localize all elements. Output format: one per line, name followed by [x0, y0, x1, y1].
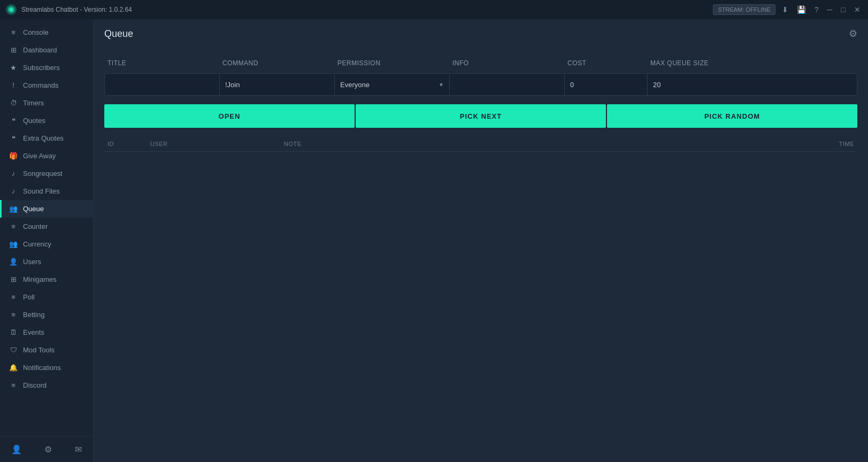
commands-icon: !: [9, 81, 18, 89]
sidebar-item-label: Mod Tools: [23, 346, 55, 354]
empty-state: [104, 152, 857, 458]
sidebar-item-mod-tools[interactable]: 🛡 Mod Tools: [0, 341, 93, 359]
sidebar-item-label: Notifications: [23, 364, 61, 372]
page-header: Queue ⚙: [94, 19, 868, 49]
sidebar-item-label: Quotes: [23, 117, 45, 125]
sidebar-item-minigames[interactable]: ⊞ Minigames: [0, 271, 93, 288]
title-input[interactable]: [105, 74, 219, 95]
betting-icon: ≡: [9, 311, 18, 319]
sidebar-item-queue[interactable]: 👥 Queue: [0, 200, 93, 218]
col-header-title: Title: [104, 57, 219, 69]
title-input-cell: [105, 74, 220, 95]
col-header-cost: Cost: [564, 57, 647, 69]
save-icon[interactable]: 💾: [795, 4, 808, 15]
sidebar-item-label: Give Away: [23, 152, 56, 160]
help-icon[interactable]: ?: [812, 4, 821, 15]
queue-form: Title Command Permission Info Cost Max Q…: [94, 49, 868, 104]
table-col-note: NOTE: [284, 141, 790, 147]
sidebar-nav: ≡ Console ⊞ Dashboard ★ Subscribers ! Co…: [0, 19, 93, 436]
sound-files-icon: ♪: [9, 187, 18, 195]
sidebar: ≡ Console ⊞ Dashboard ★ Subscribers ! Co…: [0, 19, 94, 462]
sidebar-item-label: Subscribers: [23, 64, 60, 72]
sidebar-item-poll[interactable]: ≡ Poll: [0, 288, 93, 306]
sidebar-item-label: Poll: [23, 293, 35, 301]
cost-input-cell: [565, 74, 648, 95]
maximize-icon[interactable]: □: [839, 4, 848, 15]
col-header-info: Info: [449, 57, 564, 69]
sidebar-item-discord[interactable]: ≡ Discord: [0, 376, 93, 394]
sidebar-item-label: Timers: [23, 99, 44, 107]
quotes-icon: ❝: [9, 117, 18, 125]
permission-select[interactable]: Everyone Subscriber Moderator Broadcaste…: [335, 74, 449, 95]
sidebar-item-label: Queue: [23, 205, 44, 213]
table-header: ID USER NOTE TIME: [104, 136, 857, 152]
sidebar-item-label: Console: [23, 28, 49, 36]
sidebar-item-sound-files[interactable]: ♪ Sound Files: [0, 182, 93, 200]
sidebar-item-events[interactable]: 🗓 Events: [0, 324, 93, 341]
sidebar-item-console[interactable]: ≡ Console: [0, 24, 93, 41]
mail-icon[interactable]: ✉: [75, 444, 82, 455]
discord-icon: ≡: [9, 381, 18, 389]
stream-status-badge: STREAM: OFFLINE: [713, 4, 775, 15]
pick-random-button[interactable]: PICK RANDOM: [607, 104, 857, 128]
notifications-icon: 🔔: [9, 364, 18, 372]
events-icon: 🗓: [9, 328, 18, 336]
sidebar-item-give-away[interactable]: 🎁 Give Away: [0, 147, 93, 165]
page-settings-icon[interactable]: ⚙: [849, 28, 857, 40]
page-title: Queue: [104, 28, 133, 40]
action-buttons: OPEN PICK NEXT PICK RANDOM: [94, 104, 868, 136]
command-input-cell: [220, 74, 335, 95]
sidebar-item-counter[interactable]: ≡ Counter: [0, 218, 93, 235]
sidebar-item-label: Betting: [23, 311, 44, 319]
give-away-icon: 🎁: [9, 152, 18, 160]
col-header-permission: Permission: [334, 57, 449, 69]
currency-icon: 👥: [9, 240, 18, 248]
max-queue-input[interactable]: [648, 74, 741, 95]
sidebar-item-commands[interactable]: ! Commands: [0, 76, 93, 94]
sidebar-item-label: Sound Files: [23, 187, 60, 195]
sidebar-item-currency[interactable]: 👥 Currency: [0, 235, 93, 253]
app-logo: [5, 4, 17, 16]
sidebar-item-extra-quotes[interactable]: ❝ Extra Quotes: [0, 129, 93, 147]
user-profile-icon[interactable]: 👤: [11, 444, 22, 455]
max-queue-input-cell: [648, 74, 741, 95]
sidebar-item-label: Songrequest: [23, 170, 63, 178]
info-input-cell: [450, 74, 565, 95]
sidebar-item-songrequest[interactable]: ♪ Songrequest: [0, 165, 93, 182]
sidebar-item-label: Users: [23, 258, 41, 266]
sidebar-item-label: Discord: [23, 381, 47, 389]
sidebar-item-betting[interactable]: ≡ Betting: [0, 306, 93, 324]
sidebar-item-notifications[interactable]: 🔔 Notifications: [0, 359, 93, 376]
open-button[interactable]: OPEN: [104, 104, 355, 128]
pick-next-button[interactable]: PICK NEXT: [356, 104, 606, 128]
close-icon[interactable]: ✕: [852, 4, 863, 15]
command-input[interactable]: [220, 74, 334, 95]
titlebar-right: STREAM: OFFLINE ⬇ 💾 ? ─ □ ✕: [713, 4, 863, 15]
counter-icon: ≡: [9, 222, 18, 230]
sidebar-item-label: Events: [23, 328, 44, 336]
dashboard-icon: ⊞: [9, 46, 18, 54]
mod-tools-icon: 🛡: [9, 346, 18, 354]
table-body: [104, 152, 857, 458]
sidebar-item-label: Extra Quotes: [23, 134, 64, 142]
col-header-command: Command: [219, 57, 334, 69]
minimize-icon[interactable]: ─: [825, 4, 835, 15]
download-icon[interactable]: ⬇: [780, 4, 790, 15]
settings-icon[interactable]: ⚙: [44, 444, 52, 455]
main-layout: ≡ Console ⊞ Dashboard ★ Subscribers ! Co…: [0, 19, 868, 462]
sidebar-item-quotes[interactable]: ❝ Quotes: [0, 112, 93, 129]
app-title: Streamlabs Chatbot - Version: 1.0.2.64: [21, 6, 132, 13]
form-column-headers: Title Command Permission Info Cost Max Q…: [104, 57, 857, 69]
queue-icon: 👥: [9, 205, 18, 213]
poll-icon: ≡: [9, 293, 18, 301]
form-inputs-row: Everyone Subscriber Moderator Broadcaste…: [104, 73, 857, 96]
sidebar-item-users[interactable]: 👤 Users: [0, 253, 93, 271]
sidebar-item-subscribers[interactable]: ★ Subscribers: [0, 59, 93, 76]
sidebar-item-timers[interactable]: ⏱ Timers: [0, 94, 93, 112]
sidebar-item-dashboard[interactable]: ⊞ Dashboard: [0, 41, 93, 59]
info-input[interactable]: [450, 74, 564, 95]
cost-input[interactable]: [565, 74, 647, 95]
queue-table: ID USER NOTE TIME: [94, 136, 868, 462]
table-col-time: TIME: [790, 141, 854, 147]
minigames-icon: ⊞: [9, 275, 18, 283]
